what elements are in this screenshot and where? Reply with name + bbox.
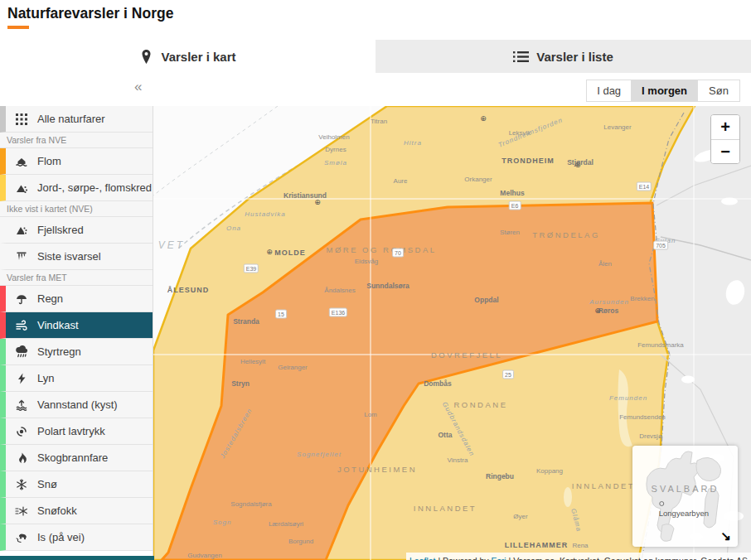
wind-icon — [6, 319, 37, 332]
sidebar-item-label: Flom — [37, 155, 61, 167]
sidebar-section-label: Varsler fra NVE — [0, 133, 153, 148]
sidebar-item-label: Vindkast — [37, 319, 79, 331]
page-title: Naturfarevarsler i Norge — [7, 5, 173, 22]
sidebar-item-label: Snøfokk — [37, 504, 77, 517]
title-underline — [7, 26, 29, 29]
leaflet-link[interactable]: Leaflet — [409, 556, 436, 560]
tab-varsler-i-liste[interactable]: Varsler i liste — [376, 40, 751, 73]
sidebar-item-label: Styrtregn — [37, 345, 81, 358]
flood-icon — [6, 155, 37, 168]
day-button-søn[interactable]: Søn — [697, 80, 740, 102]
sidebar-section-label: Ikke vist i kartet (NVE) — [0, 201, 153, 217]
sidebar-item-label: Lyn — [37, 372, 54, 384]
day-button-i-dag[interactable]: I dag — [586, 80, 632, 102]
list-icon — [513, 51, 529, 63]
heavy-rain-icon — [6, 345, 37, 359]
day-button-i-morgen[interactable]: I morgen — [631, 80, 698, 102]
map-zoom-control: + − — [710, 114, 740, 164]
sidebar-item-label: Regn — [37, 292, 63, 305]
polar-low-icon — [6, 425, 37, 438]
water-level-icon — [6, 398, 37, 412]
sidebar-item-snøfokk[interactable]: Snøfokk — [0, 498, 153, 524]
attribution-sources: | Varsom.no, Kartverket, Geovekst og kom… — [506, 556, 748, 560]
esri-link[interactable]: Esri — [491, 556, 506, 560]
sidebar-item-label: Jord-, sørpe-, flomskred — [37, 181, 152, 194]
sidebar-item-flom[interactable]: Flom — [0, 148, 153, 175]
sidebar-section-label: Varsler fra MET — [0, 270, 153, 286]
grid-icon — [6, 113, 37, 126]
warning-map[interactable]: MØRE OG ROMSDALTRØNDELAGDOVREFJELLJOTUNH… — [153, 106, 751, 560]
day-bar: « I dagI morgenSøn — [0, 73, 751, 106]
tab-label: Varsler i kart — [161, 50, 235, 64]
map-attribution: Leaflet | Powered by Esri | Varsom.no, K… — [406, 553, 751, 560]
lake-storsjoen — [564, 487, 572, 507]
longyearbyen-label: Longyearbyen — [659, 500, 712, 518]
sidebar-item-jord-sørpe-flomskred[interactable]: Jord-, sørpe-, flomskred — [0, 175, 153, 201]
zoom-in-button[interactable]: + — [711, 115, 739, 139]
tab-varsler-i-kart[interactable]: Varsler i kart — [0, 40, 376, 73]
ice-icon — [6, 250, 37, 263]
svalbard-inset[interactable]: SVALBARD Longyearbyen ↘ — [632, 446, 738, 547]
tab-bar: Varsler i kartVarsler i liste — [0, 40, 751, 73]
day-button-group: I dagI morgenSøn — [587, 80, 740, 102]
sidebar-item-lyn[interactable]: Lyn — [0, 365, 153, 392]
sidebar-item-siste-isvarsel[interactable]: Siste isvarsel — [0, 244, 153, 270]
sidebar-item-styrtregn[interactable]: Styrtregn — [0, 339, 153, 365]
sidebar-item-alle-naturfarer[interactable]: Alle naturfarer — [0, 106, 153, 133]
hazard-sidebar: Alle naturfarerVarsler fra NVEFlomJord-,… — [0, 106, 153, 560]
rockslide-icon — [6, 224, 37, 237]
sidebar-item-label: Alle naturfarer — [37, 113, 105, 125]
inset-expand-icon[interactable]: ↘ — [720, 529, 731, 543]
attribution-text: | Powered by — [436, 556, 492, 560]
sidebar-item-label: Vannstand (kyst) — [37, 398, 118, 411]
footer-bar — [0, 556, 154, 560]
sidebar-item-label: Polart lavtrykk — [37, 425, 105, 437]
sidebar-item-label: Is (på vei) — [37, 531, 85, 543]
sidebar-item-label: Skogbrannfare — [37, 451, 108, 464]
sidebar-item-vannstand-kyst[interactable]: Vannstand (kyst) — [0, 392, 153, 418]
sidebar-item-regn[interactable]: Regn — [0, 286, 153, 312]
sidebar-item-vindkast[interactable]: Vindkast — [0, 312, 153, 339]
sidebar-item-skogbrannfare[interactable]: Skogbrannfare — [0, 445, 153, 471]
collapse-sidebar-button[interactable]: « — [134, 79, 142, 95]
sidebar-item-snø[interactable]: Snø — [0, 471, 153, 498]
sidebar-item-label: Snø — [37, 478, 57, 490]
lightning-icon — [6, 372, 37, 385]
sidebar-item-polart-lavtrykk[interactable]: Polart lavtrykk — [0, 418, 153, 445]
tab-label: Varsler i liste — [536, 50, 613, 64]
map-pin-icon — [139, 49, 153, 65]
zoom-out-button[interactable]: − — [711, 139, 739, 163]
snow-icon — [6, 478, 37, 491]
sidebar-item-fjellskred[interactable]: Fjellskred — [0, 217, 153, 244]
sidebar-item-is-på-vei[interactable]: Is (på vei) — [0, 524, 153, 551]
snowdrift-icon — [6, 504, 37, 518]
umbrella-icon — [6, 292, 37, 306]
road-ice-icon — [6, 531, 37, 544]
sidebar-item-label: Fjellskred — [37, 224, 84, 236]
landslide-icon — [6, 181, 37, 195]
svalbard-label: SVALBARD — [652, 484, 720, 494]
sidebar-item-label: Siste isvarsel — [37, 250, 101, 263]
forest-fire-icon — [6, 451, 37, 465]
app-root: Naturfarevarsler i Norge Varsler i kartV… — [0, 0, 751, 560]
